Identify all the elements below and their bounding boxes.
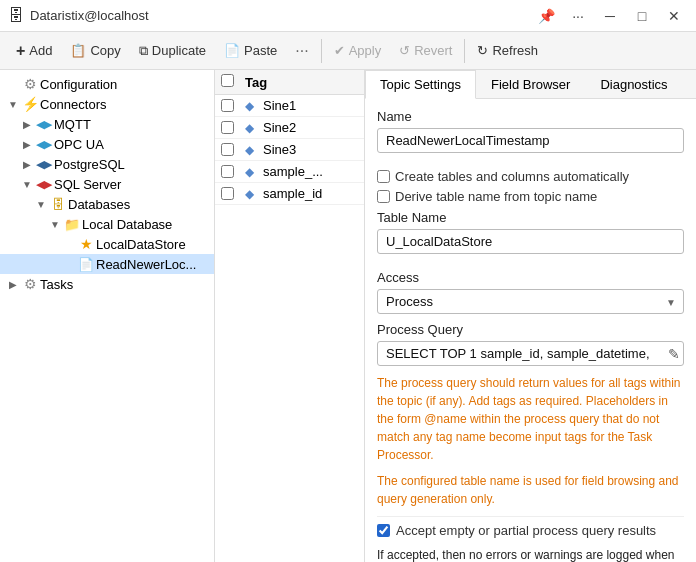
process-query-input[interactable] <box>377 341 684 366</box>
tree-item-sql-server[interactable]: ▼ ◀▶ SQL Server <box>0 174 214 194</box>
toolbar-separator-2 <box>464 39 465 63</box>
tag-column-header: Tag <box>245 75 358 90</box>
tree-item-tasks[interactable]: ▶ ⚙ Tasks <box>0 274 214 294</box>
tree-arrow-mqtt: ▶ <box>20 119 34 130</box>
paste-button[interactable]: 📄 Paste <box>216 39 285 62</box>
mqtt-icon: ◀▶ <box>36 116 52 132</box>
main-content: ⚙ Configuration ▼ ⚡ Connectors ▶ ◀▶ MQTT… <box>0 70 696 562</box>
tree-item-readnewerloc[interactable]: 📄 ReadNewerLoc... <box>0 254 214 274</box>
tree-arrow-local-database: ▼ <box>48 219 62 230</box>
access-section: Access Process Read Write ▼ <box>377 270 684 314</box>
tag-checkbox-4[interactable] <box>221 187 234 200</box>
access-select[interactable]: Process Read Write <box>377 289 684 314</box>
tree-label-tasks: Tasks <box>40 277 210 292</box>
add-button[interactable]: + Add <box>8 38 60 64</box>
process-query-info-text: The process query should return values f… <box>377 374 684 464</box>
tag-checkbox-1[interactable] <box>221 121 234 134</box>
tab-diagnostics[interactable]: Diagnostics <box>585 70 682 99</box>
opc-ua-icon: ◀▶ <box>36 136 52 152</box>
tree-item-local-database[interactable]: ▼ 📁 Local Database <box>0 214 214 234</box>
accept-checkbox-label[interactable]: Accept empty or partial process query re… <box>377 523 684 538</box>
access-label: Access <box>377 270 684 285</box>
apply-icon: ✔ <box>334 43 345 58</box>
tab-topic-settings[interactable]: Topic Settings <box>365 70 476 99</box>
tag-select-all-checkbox[interactable] <box>221 74 234 87</box>
minimize-button[interactable]: ─ <box>596 2 624 30</box>
derive-table-label[interactable]: Derive table name from topic name <box>377 189 597 204</box>
tree-arrow-databases: ▼ <box>34 199 48 210</box>
tag-row: ◆ sample_... <box>215 161 364 183</box>
add-label: Add <box>29 43 52 58</box>
maximize-button[interactable]: □ <box>628 2 656 30</box>
tag-name-0: Sine1 <box>263 98 358 113</box>
tree-item-connectors[interactable]: ▼ ⚡ Connectors <box>0 94 214 114</box>
tree-label-readnewerloc: ReadNewerLoc... <box>96 257 210 272</box>
accept-checkbox[interactable] <box>377 524 390 537</box>
derive-table-row: Derive table name from topic name <box>377 189 684 204</box>
duplicate-button[interactable]: ⧉ Duplicate <box>131 39 214 63</box>
copy-button[interactable]: 📋 Copy <box>62 39 128 62</box>
star-icon: ★ <box>78 236 94 252</box>
more-icon: ··· <box>295 42 308 60</box>
create-tables-label[interactable]: Create tables and columns automatically <box>377 169 629 184</box>
tasks-icon: ⚙ <box>22 276 38 292</box>
folder-icon: 📁 <box>64 216 80 232</box>
tree-item-databases[interactable]: ▼ 🗄 Databases <box>0 194 214 214</box>
tag-name-4: sample_id <box>263 186 358 201</box>
name-input[interactable] <box>377 128 684 153</box>
revert-icon: ↺ <box>399 43 410 58</box>
tree-item-localdatastore[interactable]: ★ LocalDataStore <box>0 234 214 254</box>
gear-icon: ⚙ <box>22 76 38 92</box>
tree-label-configuration: Configuration <box>40 77 210 92</box>
tag-icon-0: ◆ <box>245 99 263 113</box>
derive-table-checkbox[interactable] <box>377 190 390 203</box>
title-bar: 🗄 Dataristix@localhost 📌 ··· ─ □ ✕ <box>0 0 696 32</box>
table-name-section: Table Name <box>377 210 684 262</box>
form-divider <box>377 516 684 517</box>
toolbar: + Add 📋 Copy ⧉ Duplicate 📄 Paste ··· ✔ A… <box>0 32 696 70</box>
tree-label-postgresql: PostgreSQL <box>54 157 210 172</box>
tree-item-configuration[interactable]: ⚙ Configuration <box>0 74 214 94</box>
tree-arrow-opc-ua: ▶ <box>20 139 34 150</box>
tag-icon-2: ◆ <box>245 143 263 157</box>
tree-item-mqtt[interactable]: ▶ ◀▶ MQTT <box>0 114 214 134</box>
tree-label-opc-ua: OPC UA <box>54 137 210 152</box>
title-bar-controls: 📌 ··· ─ □ ✕ <box>532 2 688 30</box>
databases-icon: 🗄 <box>50 196 66 212</box>
tag-check-header <box>221 74 245 90</box>
tab-field-browser[interactable]: Field Browser <box>476 70 585 99</box>
query-edit-button[interactable]: ✎ <box>668 346 680 362</box>
create-tables-checkbox[interactable] <box>377 170 390 183</box>
pin-button[interactable]: 📌 <box>532 2 560 30</box>
tab-bar: Topic Settings Field Browser Diagnostics <box>365 70 696 99</box>
duplicate-icon: ⧉ <box>139 43 148 59</box>
tree-item-opc-ua[interactable]: ▶ ◀▶ OPC UA <box>0 134 214 154</box>
tree-label-mqtt: MQTT <box>54 117 210 132</box>
sql-server-icon: ◀▶ <box>36 176 52 192</box>
accept-checkbox-text: Accept empty or partial process query re… <box>396 523 656 538</box>
revert-button[interactable]: ↺ Revert <box>391 39 460 62</box>
tag-checkbox-2[interactable] <box>221 143 234 156</box>
name-label: Name <box>377 109 684 124</box>
tag-checkbox-3[interactable] <box>221 165 234 178</box>
title-bar-left: 🗄 Dataristix@localhost <box>8 7 149 25</box>
tag-checkbox-0[interactable] <box>221 99 234 112</box>
tree-label-databases: Databases <box>68 197 210 212</box>
window-title: Dataristix@localhost <box>30 8 149 23</box>
process-query-wrapper: ✎ <box>377 341 684 366</box>
menu-button[interactable]: ··· <box>564 2 592 30</box>
tag-icon-4: ◆ <box>245 187 263 201</box>
refresh-label: Refresh <box>492 43 538 58</box>
close-button[interactable]: ✕ <box>660 2 688 30</box>
table-name-input[interactable] <box>377 229 684 254</box>
tag-list-body: ◆ Sine1 ◆ Sine2 ◆ Sine3 ◆ sample_... ◆ s… <box>215 95 364 205</box>
tag-row: ◆ Sine2 <box>215 117 364 139</box>
tree-item-postgresql[interactable]: ▶ ◀▶ PostgreSQL <box>0 154 214 174</box>
tag-icon-3: ◆ <box>245 165 263 179</box>
tag-name-1: Sine2 <box>263 120 358 135</box>
apply-button[interactable]: ✔ Apply <box>326 39 390 62</box>
tree-arrow-connectors: ▼ <box>6 99 20 110</box>
more-toolbar-button[interactable]: ··· <box>287 38 316 64</box>
refresh-button[interactable]: ↻ Refresh <box>469 39 546 62</box>
tag-name-2: Sine3 <box>263 142 358 157</box>
